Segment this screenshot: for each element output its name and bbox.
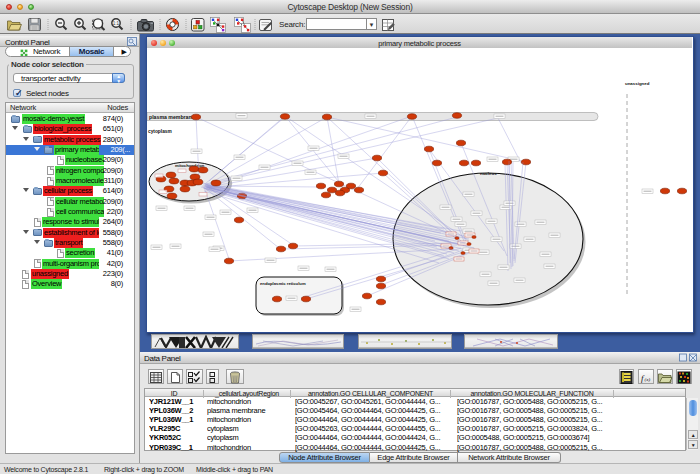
- svg-text:1:1: 1:1: [113, 21, 120, 26]
- svg-text:cytoplasm: cytoplasm: [148, 129, 172, 134]
- svg-text:plasma membrane: plasma membrane: [149, 114, 195, 120]
- svg-text:endoplasmic reticulum: endoplasmic reticulum: [260, 281, 306, 286]
- svg-text:unassigned: unassigned: [625, 81, 650, 86]
- svg-text:nucleus: nucleus: [480, 171, 497, 176]
- svg-text:(x): (x): [645, 377, 651, 382]
